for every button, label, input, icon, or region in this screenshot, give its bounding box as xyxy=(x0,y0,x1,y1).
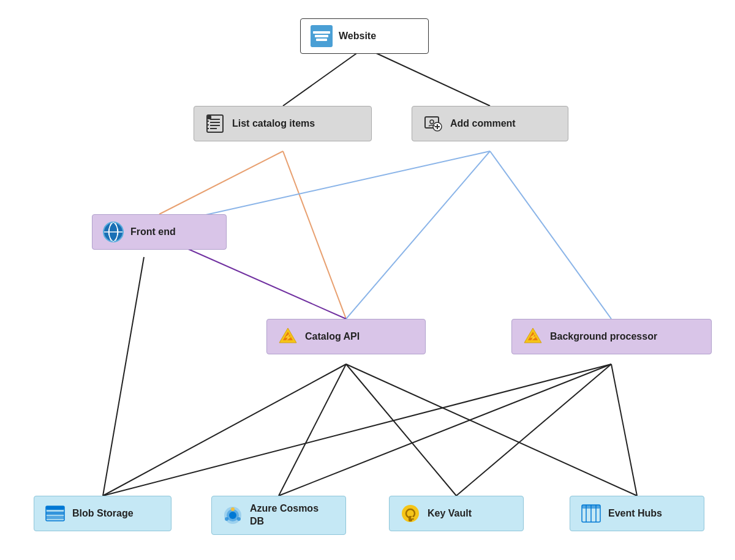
svg-rect-44 xyxy=(46,516,64,519)
list-catalog-node[interactable]: List catalog items xyxy=(194,106,372,141)
svg-rect-24 xyxy=(208,124,209,125)
bg-processor-label: Background processor xyxy=(550,330,657,342)
svg-line-16 xyxy=(611,364,637,496)
add-comment-label: Add comment xyxy=(450,118,516,129)
svg-rect-43 xyxy=(46,512,64,515)
catalog-api-label: Catalog API xyxy=(305,330,360,342)
list-catalog-icon xyxy=(204,113,226,135)
svg-line-9 xyxy=(103,364,346,496)
event-hubs-icon xyxy=(580,502,602,525)
cosmos-db-label: Azure Cosmos DB xyxy=(250,502,330,528)
catalog-api-icon: ⚡ xyxy=(277,326,299,348)
bg-processor-node[interactable]: ⚡ Background processor xyxy=(511,319,712,354)
website-icon xyxy=(311,25,333,47)
add-comment-node[interactable]: Add comment xyxy=(412,106,568,141)
svg-line-6 xyxy=(490,151,611,319)
key-vault-node[interactable]: Key Vault xyxy=(389,496,524,531)
svg-rect-61 xyxy=(582,505,600,509)
svg-line-11 xyxy=(346,364,456,496)
blob-storage-icon xyxy=(44,502,66,525)
svg-rect-42 xyxy=(46,506,64,510)
svg-text:⚡: ⚡ xyxy=(529,332,538,342)
svg-line-12 xyxy=(346,364,637,496)
frontend-label: Front end xyxy=(130,226,176,237)
svg-line-14 xyxy=(279,364,611,496)
svg-line-0 xyxy=(283,48,364,106)
svg-point-50 xyxy=(237,517,241,521)
bg-processor-icon: ⚡ xyxy=(522,326,544,348)
event-hubs-node[interactable]: Event Hubs xyxy=(570,496,704,531)
svg-point-51 xyxy=(225,517,228,521)
add-comment-icon xyxy=(422,113,444,135)
svg-rect-25 xyxy=(208,128,209,129)
svg-point-49 xyxy=(231,507,235,511)
svg-rect-56 xyxy=(412,518,414,520)
svg-rect-23 xyxy=(208,121,209,122)
website-node[interactable]: Website xyxy=(300,18,429,54)
frontend-icon xyxy=(102,221,124,243)
svg-line-8 xyxy=(103,257,144,496)
key-vault-label: Key Vault xyxy=(428,507,472,519)
svg-line-2 xyxy=(159,151,283,214)
svg-line-3 xyxy=(283,151,346,319)
diagram-container: Website List catalog items xyxy=(0,0,735,560)
svg-point-48 xyxy=(229,512,236,519)
website-label: Website xyxy=(339,30,376,42)
key-vault-icon xyxy=(399,502,421,525)
svg-point-30 xyxy=(430,120,434,124)
blob-storage-label: Blob Storage xyxy=(72,507,134,519)
catalog-api-node[interactable]: ⚡ Catalog API xyxy=(266,319,426,354)
svg-line-5 xyxy=(346,151,490,319)
cosmos-db-node[interactable]: Azure Cosmos DB xyxy=(211,496,346,535)
svg-line-10 xyxy=(279,364,346,496)
event-hubs-label: Event Hubs xyxy=(608,507,662,519)
svg-line-13 xyxy=(103,364,611,496)
list-catalog-label: List catalog items xyxy=(232,118,315,129)
svg-text:⚡: ⚡ xyxy=(284,332,293,342)
blob-storage-node[interactable]: Blob Storage xyxy=(34,496,172,531)
cosmos-db-icon xyxy=(222,504,244,526)
connections-svg xyxy=(0,0,735,560)
frontend-node[interactable]: Front end xyxy=(92,214,227,250)
svg-line-15 xyxy=(456,364,611,496)
svg-rect-22 xyxy=(208,116,211,119)
svg-line-1 xyxy=(364,48,490,106)
